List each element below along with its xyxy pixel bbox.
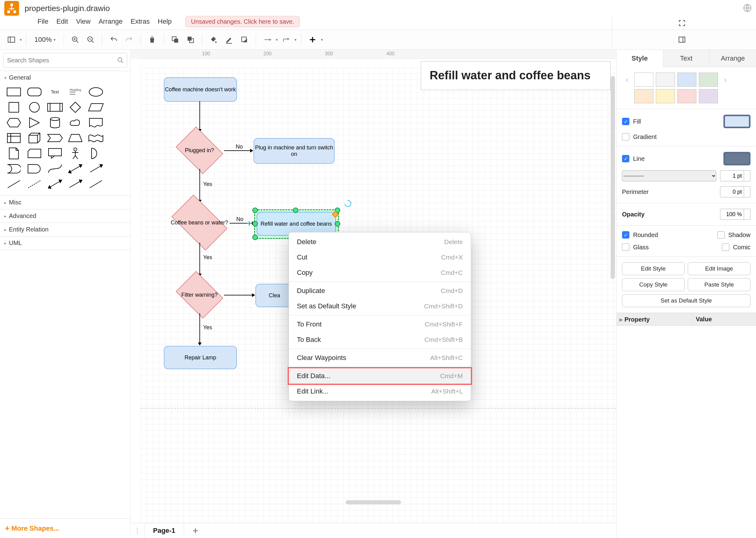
delete-icon[interactable] (145, 32, 159, 47)
shape-internal[interactable] (6, 132, 22, 144)
glass-checkbox[interactable] (622, 243, 630, 251)
shape-note[interactable] (6, 147, 22, 159)
file-title[interactable]: properties-plugin.drawio (25, 4, 110, 13)
waypoint-icon[interactable] (279, 32, 293, 47)
shape-diamond[interactable] (67, 101, 83, 113)
undo-icon[interactable] (107, 32, 121, 47)
line-width-stepper[interactable] (720, 170, 750, 182)
menu-extras[interactable]: Extras (127, 16, 153, 27)
to-back-icon[interactable] (183, 32, 198, 47)
shape-callout[interactable] (47, 147, 63, 159)
page-menu-icon[interactable]: ⋮ (130, 523, 144, 538)
style-swatch[interactable] (634, 89, 653, 103)
style-swatch[interactable] (699, 89, 718, 103)
shape-rounded[interactable] (26, 86, 43, 98)
style-swatch[interactable] (656, 73, 675, 87)
line-style-select[interactable]: ─────── (622, 170, 716, 182)
menu-edit[interactable]: Edit (53, 16, 72, 27)
context-menu-item[interactable]: CutCmd+X (289, 250, 471, 265)
category-advanced[interactable]: ▸Advanced (0, 209, 130, 223)
context-menu-item[interactable]: DeleteDelete (289, 234, 471, 250)
shadow-checkbox[interactable] (717, 231, 725, 239)
node-filter[interactable]: Filter warning? (175, 276, 224, 313)
menu-help[interactable]: Help (154, 16, 175, 27)
shape-heading[interactable]: Heading━━━━━━ (67, 86, 83, 98)
shadow-icon[interactable] (237, 32, 251, 47)
shape-dashline[interactable] (26, 178, 43, 190)
tab-arrange[interactable]: Arrange (710, 50, 756, 67)
shape-step[interactable] (47, 132, 63, 144)
redo-icon[interactable] (122, 32, 136, 47)
shape-or[interactable] (6, 163, 22, 175)
page-tab-1[interactable]: Page-1 (144, 523, 184, 538)
shape-halfcirc[interactable] (87, 147, 104, 159)
save-banner[interactable]: Unsaved changes. Click here to save. (185, 16, 300, 27)
context-menu-item[interactable]: To BackCmd+Shift+B (289, 332, 471, 348)
shape-text[interactable]: Text (47, 86, 63, 98)
shape-biarrow[interactable] (67, 163, 83, 175)
style-swatch[interactable] (699, 73, 718, 87)
shape-biarrow2[interactable] (47, 178, 63, 190)
line-checkbox[interactable]: ✓ (622, 155, 630, 162)
zoom-in-icon[interactable] (68, 32, 82, 47)
line-color-icon[interactable] (222, 32, 236, 47)
shape-cylinder[interactable] (47, 117, 63, 129)
shape-search[interactable] (3, 53, 127, 68)
context-menu-item[interactable]: To FrontCmd+Shift+F (289, 317, 471, 332)
edit-image-button[interactable]: Edit Image (688, 262, 750, 275)
shape-cube[interactable] (26, 132, 43, 144)
format-panel-icon[interactable] (675, 32, 689, 47)
shape-actor[interactable] (67, 147, 83, 159)
fill-color-icon[interactable] (207, 32, 221, 47)
comic-checkbox[interactable] (722, 243, 729, 251)
search-input[interactable] (6, 57, 117, 64)
category-general[interactable]: ▾General (0, 71, 130, 84)
shape-curve[interactable] (47, 163, 63, 175)
menu-view[interactable]: View (72, 16, 94, 27)
category-misc[interactable]: ▸Misc (0, 195, 130, 209)
shape-arrow[interactable] (87, 163, 104, 175)
shape-plainline[interactable] (87, 178, 104, 190)
shape-rect[interactable] (6, 86, 22, 98)
insert-icon[interactable] (305, 32, 320, 47)
tab-style[interactable]: Style (617, 50, 663, 67)
swatch-prev[interactable]: ‹ (622, 75, 632, 84)
style-swatch[interactable] (677, 73, 696, 87)
shape-card[interactable] (26, 147, 43, 159)
context-menu-item[interactable]: Edit Data...Cmd+M (288, 367, 472, 385)
shape-circle[interactable] (26, 101, 43, 113)
tab-text[interactable]: Text (663, 50, 710, 67)
edit-style-button[interactable]: Edit Style (622, 262, 685, 275)
style-swatch[interactable] (634, 73, 653, 87)
node-start[interactable]: Coffee machine doesn't work (164, 77, 237, 102)
node-repair[interactable]: Repair Lamp (164, 346, 237, 369)
sidebar-toggle-icon[interactable] (4, 32, 19, 47)
shape-parallel[interactable] (87, 101, 104, 113)
swatch-next[interactable]: › (720, 75, 730, 84)
fill-checkbox[interactable]: ✓ (622, 118, 630, 125)
zoom-out-icon[interactable] (83, 32, 98, 47)
node-plugged-in[interactable]: Plugged in? (175, 132, 224, 169)
menu-file[interactable]: File (34, 16, 52, 27)
connection-icon[interactable] (260, 32, 275, 47)
shape-square[interactable] (6, 101, 22, 113)
line-color-swatch[interactable] (724, 152, 750, 165)
context-menu-item[interactable]: Set as Default StyleCmd+Shift+D (289, 298, 471, 314)
paste-style-button[interactable]: Paste Style (688, 278, 750, 291)
horizontal-scrollbar[interactable] (346, 500, 401, 505)
style-swatch[interactable] (677, 89, 696, 103)
shape-ellipse[interactable] (87, 86, 104, 98)
copy-style-button[interactable]: Copy Style (622, 278, 685, 291)
to-front-icon[interactable] (168, 32, 182, 47)
shape-arrow2[interactable] (67, 178, 83, 190)
connect-handle[interactable]: + (247, 219, 252, 229)
category-uml[interactable]: ▸UML (0, 236, 130, 250)
canvas[interactable]: Coffee machine doesn't work Plugged in? … (130, 59, 616, 523)
context-menu-item[interactable]: CopyCmd+C (289, 265, 471, 280)
style-swatch[interactable] (656, 89, 675, 103)
gradient-checkbox[interactable] (622, 133, 630, 140)
node-beans[interactable]: Coffee beans or water? (169, 203, 230, 242)
menu-arrange[interactable]: Arrange (95, 16, 126, 27)
node-plug-action[interactable]: Plug in machine and turn switch on (254, 138, 335, 164)
category-entity[interactable]: ▸Entity Relation (0, 223, 130, 236)
